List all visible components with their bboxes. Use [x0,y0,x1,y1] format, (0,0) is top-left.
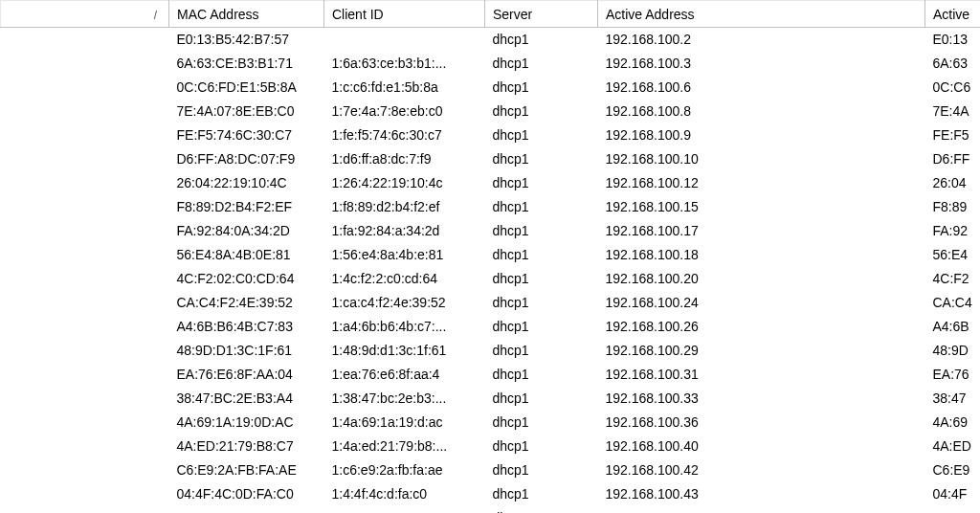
cell-client-id: 1:ea:76:e6:8f:aa:4 [324,363,485,387]
column-header-client-id[interactable]: Client ID [324,1,485,28]
column-header-active-address[interactable]: Active Address [598,1,925,28]
cell-active-address: 192.168.100.42 [598,458,925,482]
cell-server: dhcp1 [485,219,598,243]
cell-client-id: 1:4a:ed:21:79:b8:... [324,435,485,458]
cell-mac-address: FE:F5:74:6C:30:C7 [169,123,324,147]
dhcp-leases-table: / MAC Address Client ID Server Active Ad… [0,0,980,513]
column-header-server[interactable]: Server [485,1,598,28]
cell-server: dhcp1 [485,482,598,506]
cell-active-address: 192.168.100.12 [598,171,925,195]
table-row[interactable]: FA:92:84:0A:34:2D1:fa:92:84:a:34:2ddhcp1… [1,219,981,243]
cell-active-mac: 64:A2 [925,506,981,514]
cell-server: dhcp1 [485,363,598,387]
cell-blank [1,315,169,339]
cell-blank [1,267,169,291]
cell-mac-address: CA:C4:F2:4E:39:52 [169,291,324,315]
cell-client-id: 1:4a:69:1a:19:d:ac [324,411,485,435]
cell-active-address: 192.168.100.10 [598,147,925,171]
cell-active-mac: 56:E4 [925,243,981,267]
table-row[interactable]: A4:6B:B6:4B:C7:831:a4:6b:b6:4b:c7:...dhc… [1,315,981,339]
cell-active-mac: E0:13 [925,28,981,52]
cell-active-mac: FE:F5 [925,123,981,147]
cell-mac-address: E0:13:B5:42:B7:57 [169,28,324,52]
cell-active-address: 192.168.100.29 [598,339,925,363]
cell-active-mac: C6:E9 [925,458,981,482]
cell-active-address: 192.168.100.6 [598,76,925,100]
column-header-mac-address[interactable]: MAC Address [169,1,324,28]
cell-blank [1,28,169,52]
cell-active-address: 192.168.100.43 [598,482,925,506]
cell-active-address: 192.168.100.15 [598,195,925,219]
cell-active-address: 192.168.100.33 [598,387,925,411]
table-row[interactable]: FE:F5:74:6C:30:C71:fe:f5:74:6c:30:c7dhcp… [1,123,981,147]
table-row[interactable]: 38:47:BC:2E:B3:A41:38:47:bc:2e:b3:...dhc… [1,387,981,411]
table-row[interactable]: E0:13:B5:42:B7:57dhcp1192.168.100.2E0:13 [1,28,981,52]
table-row[interactable]: 26:04:22:19:10:4C1:26:4:22:19:10:4cdhcp1… [1,171,981,195]
cell-mac-address: 38:47:BC:2E:B3:A4 [169,387,324,411]
cell-blank [1,506,169,514]
cell-client-id: 1:64:a2:0:80:94:40 [324,506,485,514]
table-row[interactable]: 4A:ED:21:79:B8:C71:4a:ed:21:79:b8:...dhc… [1,435,981,458]
column-header-active-mac[interactable]: Active [925,1,981,28]
dhcp-leases-table-container: / MAC Address Client ID Server Active Ad… [0,0,980,513]
cell-mac-address: 04:4F:4C:0D:FA:C0 [169,482,324,506]
table-row[interactable]: 04:4F:4C:0D:FA:C01:4:4f:4c:d:fa:c0dhcp11… [1,482,981,506]
table-row[interactable]: 6A:63:CE:B3:B1:711:6a:63:ce:b3:b1:...dhc… [1,52,981,76]
cell-client-id: 1:fa:92:84:a:34:2d [324,219,485,243]
cell-blank [1,219,169,243]
column-header-blank[interactable]: / [1,1,169,28]
cell-client-id: 1:56:e4:8a:4b:e:81 [324,243,485,267]
table-row[interactable]: CA:C4:F2:4E:39:521:ca:c4:f2:4e:39:52dhcp… [1,291,981,315]
cell-mac-address: A4:6B:B6:4B:C7:83 [169,315,324,339]
cell-active-address: 192.168.100.3 [598,52,925,76]
table-row[interactable]: D6:FF:A8:DC:07:F91:d6:ff:a8:dc:7:f9dhcp1… [1,147,981,171]
cell-active-address: 192.168.100.44 [598,506,925,514]
cell-blank [1,52,169,76]
cell-client-id: 1:6a:63:ce:b3:b1:... [324,52,485,76]
table-row[interactable]: C6:E9:2A:FB:FA:AE1:c6:e9:2a:fb:fa:aedhcp… [1,458,981,482]
cell-server: dhcp1 [485,315,598,339]
cell-active-mac: 4A:ED [925,435,981,458]
cell-mac-address: EA:76:E6:8F:AA:04 [169,363,324,387]
cell-active-address: 192.168.100.24 [598,291,925,315]
cell-mac-address: 48:9D:D1:3C:1F:61 [169,339,324,363]
sort-indicator: / [154,9,161,22]
cell-server: dhcp1 [485,458,598,482]
cell-client-id: 1:38:47:bc:2e:b3:... [324,387,485,411]
cell-blank [1,243,169,267]
cell-blank [1,411,169,435]
table-row[interactable]: 4C:F2:02:C0:CD:641:4c:f2:2:c0:cd:64dhcp1… [1,267,981,291]
cell-server: dhcp1 [485,435,598,458]
cell-blank [1,482,169,506]
cell-active-address: 192.168.100.9 [598,123,925,147]
table-row[interactable]: 7E:4A:07:8E:EB:C01:7e:4a:7:8e:eb:c0dhcp1… [1,100,981,123]
cell-active-mac: A4:6B [925,315,981,339]
cell-active-address: 192.168.100.18 [598,243,925,267]
cell-active-mac: 38:47 [925,387,981,411]
cell-mac-address: 4A:69:1A:19:0D:AC [169,411,324,435]
cell-active-mac: 48:9D [925,339,981,363]
table-row[interactable]: 4A:69:1A:19:0D:AC1:4a:69:1a:19:d:acdhcp1… [1,411,981,435]
cell-client-id: 1:c:c6:fd:e1:5b:8a [324,76,485,100]
cell-server: dhcp1 [485,28,598,52]
cell-mac-address: 64:A2:00:80:94:40 [169,506,324,514]
cell-active-mac: EA:76 [925,363,981,387]
table-row[interactable]: 0C:C6:FD:E1:5B:8A1:c:c6:fd:e1:5b:8adhcp1… [1,76,981,100]
cell-mac-address: FA:92:84:0A:34:2D [169,219,324,243]
cell-server: dhcp1 [485,52,598,76]
cell-active-mac: 26:04 [925,171,981,195]
table-row[interactable]: EA:76:E6:8F:AA:041:ea:76:e6:8f:aa:4dhcp1… [1,363,981,387]
table-row[interactable]: 48:9D:D1:3C:1F:611:48:9d:d1:3c:1f:61dhcp… [1,339,981,363]
cell-mac-address: 4C:F2:02:C0:CD:64 [169,267,324,291]
cell-active-address: 192.168.100.20 [598,267,925,291]
table-row[interactable]: 64:A2:00:80:94:401:64:a2:0:80:94:40dhcp1… [1,506,981,514]
cell-active-mac: 6A:63 [925,52,981,76]
cell-client-id [324,28,485,52]
cell-active-mac: FA:92 [925,219,981,243]
table-row[interactable]: F8:89:D2:B4:F2:EF1:f8:89:d2:b4:f2:efdhcp… [1,195,981,219]
cell-server: dhcp1 [485,76,598,100]
cell-client-id: 1:48:9d:d1:3c:1f:61 [324,339,485,363]
cell-server: dhcp1 [485,291,598,315]
cell-active-mac: 7E:4A [925,100,981,123]
table-row[interactable]: 56:E4:8A:4B:0E:811:56:e4:8a:4b:e:81dhcp1… [1,243,981,267]
